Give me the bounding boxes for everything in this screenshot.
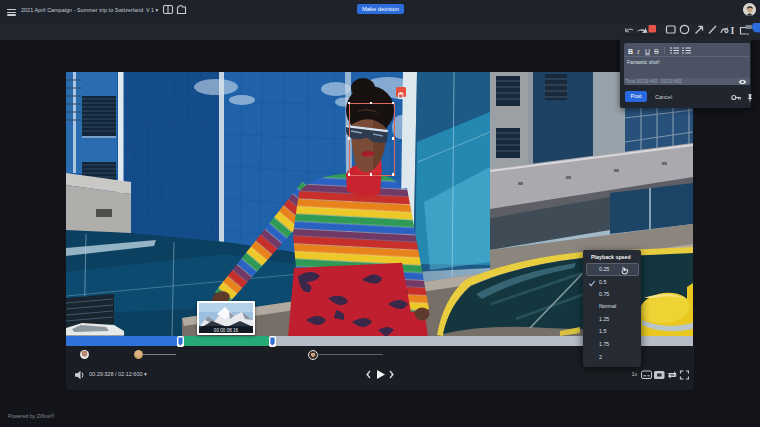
svg-text:I: I bbox=[731, 25, 735, 36]
svg-text:00 00 08 16: 00 00 08 16 bbox=[214, 328, 239, 333]
svg-text:B: B bbox=[628, 48, 633, 55]
svg-text:S: S bbox=[654, 48, 659, 55]
svg-text:I: I bbox=[636, 48, 640, 56]
svg-text:U: U bbox=[645, 48, 650, 55]
